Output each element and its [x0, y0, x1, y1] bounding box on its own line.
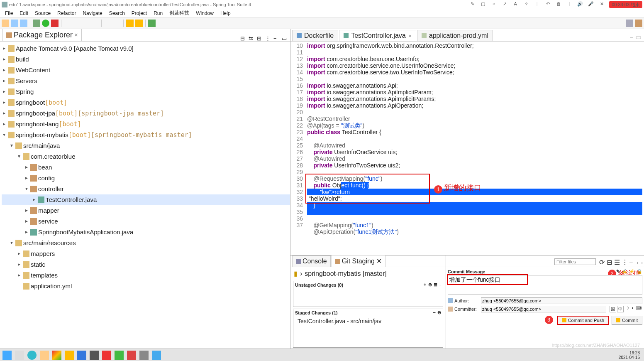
tool-icon[interactable]: [104, 20, 112, 27]
tree-row[interactable]: ▸config: [2, 173, 290, 184]
recording-badge[interactable]: 00:33:03 结束: [609, 1, 642, 8]
tree-row[interactable]: ▸Apache Tomcat v9.0 [Apache Tomcat v9.0]: [2, 43, 290, 54]
close-icon[interactable]: ✕: [376, 257, 382, 265]
tree-row[interactable]: ▸springboot [boot]: [2, 97, 290, 108]
edit-icon[interactable]: ✎: [469, 1, 476, 8]
sts-icon[interactable]: [115, 351, 124, 360]
menu-custom[interactable]: 创蓝科技: [166, 10, 193, 17]
tree-row[interactable]: ▾src/main/resources: [2, 238, 290, 248]
tree-row[interactable]: ▸Servers: [2, 76, 290, 86]
speaker-icon[interactable]: 🔊: [577, 1, 583, 8]
collapse-icon[interactable]: ⊟: [240, 35, 246, 41]
menu-edit[interactable]: Edit: [16, 10, 32, 16]
tree-row[interactable]: ▸mappers: [2, 248, 290, 259]
commit-and-push-button[interactable]: Commit and Push: [557, 316, 609, 325]
app-icon[interactable]: [90, 351, 99, 360]
add-all-icon[interactable]: ⊕: [428, 282, 432, 287]
menu-project[interactable]: Project: [128, 10, 150, 16]
tool-icon[interactable]: [73, 20, 80, 27]
commit-message-input[interactable]: [448, 275, 642, 295]
code-area[interactable]: import org.springframework.web.bind.anno…: [305, 42, 644, 255]
text-icon[interactable]: A: [512, 1, 519, 8]
tool-icon[interactable]: [82, 20, 90, 27]
tree-row[interactable]: ▸TestController.java: [2, 194, 290, 205]
moon-icon[interactable]: ☽: [624, 306, 630, 312]
perspective-java-icon[interactable]: [635, 20, 642, 27]
sort-icon[interactable]: ↓: [439, 282, 442, 287]
tab-git-staging[interactable]: Git Staging ✕: [332, 255, 385, 267]
encoding-icon[interactable]: 国: [610, 306, 616, 312]
editor-body[interactable]: 1011121314151617181920212223242526272829…: [290, 42, 644, 255]
menu-source[interactable]: Source: [32, 10, 54, 16]
editor-tab-dockerfile[interactable]: Dockerfile: [292, 30, 338, 41]
app-icon[interactable]: [139, 351, 149, 360]
tree-row[interactable]: ▸WebContent: [2, 65, 290, 76]
compare-icon[interactable]: ⊟: [607, 258, 612, 264]
remove-all-icon[interactable]: ⊖: [437, 310, 441, 315]
edge-icon[interactable]: [27, 351, 37, 360]
minimize-icon[interactable]: −: [629, 258, 635, 264]
tree-row[interactable]: ▾controller: [2, 184, 290, 194]
maximize-icon[interactable]: ▭: [282, 35, 288, 41]
package-explorer-tree[interactable]: ▸Apache Tomcat v9.0 [Apache Tomcat v9.0]…: [0, 42, 290, 349]
tree-row[interactable]: ▸springboot-jpa [boot] [springboot-jpa m…: [2, 108, 290, 119]
filter-input[interactable]: [554, 258, 596, 265]
task-icon[interactable]: [15, 351, 24, 360]
folder-icon[interactable]: [40, 351, 49, 360]
mic-icon[interactable]: 🎤: [588, 1, 594, 8]
menu-help[interactable]: Help: [217, 10, 234, 16]
commit-button[interactable]: Commit: [612, 316, 642, 325]
refresh-icon[interactable]: ⟳: [599, 258, 605, 264]
new-icon[interactable]: [2, 20, 9, 27]
app-icon[interactable]: [152, 351, 161, 360]
app-icon[interactable]: [102, 351, 111, 360]
keyboard-icon[interactable]: ⌨: [635, 306, 642, 312]
app-icon[interactable]: [127, 351, 136, 360]
tree-row[interactable]: ▸Spring: [2, 86, 290, 97]
minimize-icon[interactable]: −: [629, 34, 633, 41]
save-all-icon[interactable]: [20, 20, 27, 27]
author-input[interactable]: [481, 297, 642, 304]
maximize-icon[interactable]: ▭: [635, 34, 642, 41]
close-icon[interactable]: ✕: [74, 32, 78, 38]
unstaged-body[interactable]: [293, 288, 443, 307]
chrome-icon[interactable]: [52, 351, 61, 360]
run-icon[interactable]: [42, 20, 49, 27]
remove-icon[interactable]: −: [433, 310, 436, 315]
menu-navigate[interactable]: Navigate: [79, 10, 105, 16]
start-icon[interactable]: [2, 351, 12, 360]
menu-run[interactable]: Run: [150, 10, 166, 16]
add-icon[interactable]: +: [424, 282, 426, 287]
menu-window[interactable]: Window: [193, 10, 217, 16]
annotate-icon[interactable]: ✧: [523, 1, 529, 8]
app-icon[interactable]: [77, 351, 86, 360]
perspective-icon[interactable]: [626, 20, 633, 27]
staged-body[interactable]: TestController.java - src/main/jav: [293, 316, 443, 334]
stash-icon[interactable]: ☰: [614, 258, 620, 264]
committer-input[interactable]: [481, 306, 606, 312]
editor-tab-appyml[interactable]: application-prod.yml: [417, 30, 493, 41]
circle-icon[interactable]: ○: [490, 1, 497, 8]
tree-icon[interactable]: ≣: [434, 282, 437, 287]
close-icon[interactable]: ✕: [598, 1, 605, 8]
stop-icon[interactable]: [51, 20, 59, 27]
package-explorer-tab[interactable]: Package Explorer ✕: [2, 29, 82, 41]
delete-icon[interactable]: 🗑: [555, 1, 562, 8]
tab-console[interactable]: Console: [292, 255, 331, 267]
tree-row[interactable]: ▸mapper: [2, 205, 290, 216]
menu-refactor[interactable]: Refactor: [54, 10, 79, 16]
link-icon[interactable]: ⇆: [249, 35, 254, 41]
tree-row[interactable]: ▾com.creatorblue: [2, 151, 290, 162]
taskbar-clock[interactable]: 16:23 2021-04-15: [619, 351, 642, 360]
relaunch-icon[interactable]: [148, 20, 156, 27]
tree-row[interactable]: application.yml: [2, 281, 290, 292]
tree-row[interactable]: ▸build: [2, 54, 290, 65]
punct-icon[interactable]: •: [631, 306, 634, 312]
staged-item[interactable]: TestController.java - src/main/jav: [295, 317, 441, 325]
tree-row[interactable]: ▸service: [2, 216, 290, 227]
maximize-icon[interactable]: ▭: [637, 258, 642, 264]
arrow-icon[interactable]: ↗: [501, 1, 508, 8]
tool-icon[interactable]: [113, 20, 121, 27]
tool-icon[interactable]: [91, 20, 99, 27]
menu-file[interactable]: File: [2, 10, 16, 16]
